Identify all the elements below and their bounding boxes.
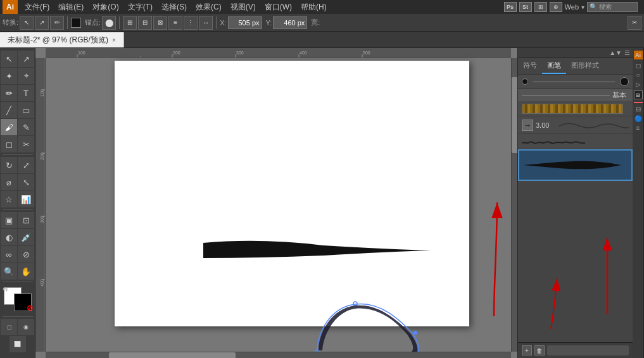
svg-text:100: 100: [78, 51, 85, 55]
web-label: Web: [565, 3, 579, 11]
menu-object[interactable]: 对象(O): [88, 0, 123, 14]
screen-mode-btn[interactable]: ⬜: [9, 336, 26, 352]
direct-select-btn[interactable]: ↗: [35, 16, 49, 30]
measure-tool[interactable]: ⊘: [18, 246, 34, 262]
gradient-tool[interactable]: ◐: [1, 229, 17, 245]
panel-icon-3[interactable]: ▷: [636, 81, 641, 88]
select-tool-btn[interactable]: ↖: [20, 16, 34, 30]
graph-tool[interactable]: 📊: [18, 191, 34, 207]
no-color-icon[interactable]: ⊘: [27, 304, 33, 312]
text-tool[interactable]: T: [18, 85, 34, 101]
menu-select[interactable]: 选择(S): [157, 0, 191, 14]
paintbrush-tool[interactable]: 🖌: [1, 119, 17, 135]
menu-view[interactable]: 视图(V): [226, 0, 260, 14]
scrollbar-horizontal[interactable]: [46, 352, 511, 358]
blend-tool[interactable]: ∞: [1, 246, 17, 262]
main-area: ↖ ↗ ✦ ⌖ ✏ T ╱ ▭ 🖌 ✎ ◻ ✂: [0, 48, 644, 358]
brush-dot-small[interactable]: [522, 78, 528, 85]
symbol-tool[interactable]: ☆: [1, 191, 17, 207]
brush-size-value: 3.00: [536, 121, 556, 129]
mode-btn-2[interactable]: ◉: [18, 319, 34, 335]
dropdown-arrow-icon[interactable]: ▾: [581, 4, 584, 11]
line-tool[interactable]: ╱: [1, 102, 17, 118]
panel-collapse-btn[interactable]: ▲▼: [609, 49, 622, 56]
extra-tool-btn[interactable]: ✂: [628, 16, 641, 30]
scissors-tool[interactable]: ✂: [18, 136, 34, 152]
y-value-input[interactable]: [273, 16, 307, 29]
lasso-tool[interactable]: ⌖: [18, 68, 34, 84]
tool-row-14: ◻ ◉: [1, 319, 34, 335]
delete-brush-btn[interactable]: 🗑: [534, 345, 545, 355]
swap-colors-icon[interactable]: ⇆: [3, 286, 8, 293]
scrollbar-vertical[interactable]: [511, 58, 517, 352]
zoom-tool[interactable]: 🔍: [1, 263, 17, 280]
hand-tool[interactable]: ✋: [18, 263, 34, 280]
tool-row-9: ☆ 📊: [1, 191, 34, 207]
pencil-tool[interactable]: ✎: [18, 119, 34, 135]
document-tab[interactable]: 未标题-2* @ 97% (RGB/预览) ×: [0, 32, 124, 47]
menu-help[interactable]: 帮助(H): [296, 0, 331, 14]
menu-file[interactable]: 文件(F): [20, 0, 54, 14]
expand-panel-icon[interactable]: ⊞: [634, 90, 643, 99]
tab-graphic-styles[interactable]: 图形样式: [566, 58, 604, 74]
panel-icon-2[interactable]: ○: [636, 71, 640, 78]
panel-icon-5[interactable]: 🔵: [635, 115, 642, 122]
st-icon: St: [519, 2, 532, 12]
fill-color-box[interactable]: [71, 18, 81, 28]
slice-tool[interactable]: ⊡: [18, 212, 34, 228]
brush-entry-texture[interactable]: [518, 101, 633, 116]
brush-dot-large[interactable]: [620, 77, 629, 86]
layers-icon[interactable]: ≡: [636, 125, 640, 132]
menu-window[interactable]: 窗口(W): [260, 0, 296, 14]
align-btn-4[interactable]: ≡: [168, 16, 182, 30]
align-btn-5[interactable]: ⋮: [184, 16, 198, 30]
tool-separator-1: [3, 154, 33, 155]
eraser-tool[interactable]: ◻: [1, 136, 17, 152]
scale-tool[interactable]: ⤢: [18, 157, 34, 173]
pen-tool-btn[interactable]: ✏: [50, 16, 64, 30]
magic-wand-tool[interactable]: ✦: [1, 68, 17, 84]
pen-tool[interactable]: ✏: [1, 85, 17, 101]
tab-close-btn[interactable]: ×: [112, 37, 116, 44]
brush-stroke-wedge: [197, 231, 438, 269]
artboard: [115, 61, 469, 326]
toolbar-separator-1: [67, 16, 68, 29]
brush-entry-wedge-selected[interactable]: [518, 149, 633, 181]
menu-bar: Ai 文件(F) 编辑(E) 对象(O) 文字(T) 选择(S) 效果(C) 视…: [0, 0, 644, 14]
eyedropper-tool[interactable]: 💉: [18, 229, 34, 245]
tab-title: 未标题-2* @ 97% (RGB/预览): [8, 35, 108, 46]
tab-brushes[interactable]: 画笔: [542, 58, 566, 74]
x-label: X:: [220, 19, 226, 27]
brush-entry-wavy[interactable]: → 3.00: [518, 116, 633, 134]
panel-menu-btn[interactable]: ☰: [624, 49, 630, 56]
direct-select-tool[interactable]: ↗: [18, 51, 34, 67]
free-transform-tool[interactable]: ⤡: [18, 174, 34, 190]
brush-anchor-btn[interactable]: ⬤: [102, 16, 116, 30]
align-btn-2[interactable]: ⊟: [138, 16, 152, 30]
rotate-tool[interactable]: ↻: [1, 157, 17, 173]
brush-entry-rough[interactable]: [518, 134, 633, 149]
scrollbar-thumb-v[interactable]: [512, 77, 517, 153]
warp-tool[interactable]: ⌀: [1, 174, 17, 190]
align-btn-3[interactable]: ⊠: [153, 16, 167, 30]
transform-btn[interactable]: ↔: [199, 16, 213, 30]
tool-separator-2: [3, 209, 33, 210]
color-selector[interactable]: ⇆ ⊘: [3, 286, 33, 312]
tab-symbols[interactable]: 符号: [518, 58, 542, 74]
align-btn-1[interactable]: ⊞: [123, 16, 137, 30]
menu-edit[interactable]: 编辑(E): [54, 0, 88, 14]
x-value-input[interactable]: [228, 16, 262, 29]
selection-tool[interactable]: ↖: [1, 51, 17, 67]
panel-icon-4[interactable]: ⊟: [636, 106, 641, 113]
scrollbar-thumb-h[interactable]: [109, 352, 236, 358]
mode-btn-1[interactable]: ◻: [1, 319, 17, 335]
search-input[interactable]: 🔍 搜索: [587, 2, 638, 12]
shape-tool[interactable]: ▭: [18, 102, 34, 118]
ruler-top: 100 200 300 400 500: [46, 48, 511, 58]
svg-text:300: 300: [236, 51, 244, 55]
panel-icon-1[interactable]: ◻: [636, 62, 641, 69]
menu-text[interactable]: 文字(T): [123, 0, 157, 14]
new-brush-btn[interactable]: +: [522, 345, 532, 355]
menu-effect[interactable]: 效果(C): [191, 0, 226, 14]
artboard-tool[interactable]: ▣: [1, 212, 17, 228]
